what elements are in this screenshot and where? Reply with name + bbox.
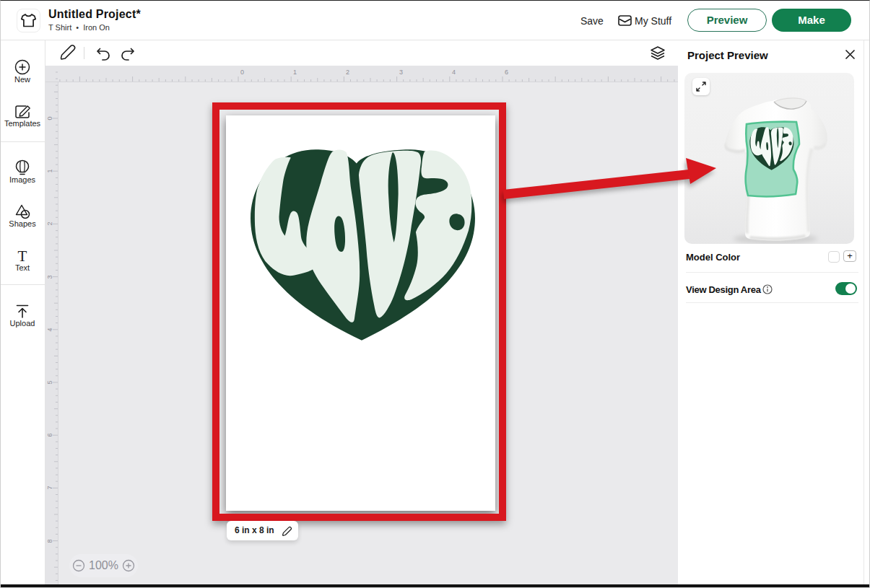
svg-text:8: 8 bbox=[46, 539, 53, 543]
svg-text:0: 0 bbox=[240, 69, 244, 76]
svg-text:6: 6 bbox=[505, 69, 508, 76]
svg-text:2: 2 bbox=[346, 69, 349, 76]
svg-text:3: 3 bbox=[46, 275, 53, 278]
svg-text:1: 1 bbox=[293, 69, 297, 76]
svg-text:3: 3 bbox=[399, 69, 403, 76]
svg-text:6: 6 bbox=[46, 433, 53, 436]
svg-text:0: 0 bbox=[46, 116, 53, 120]
svg-text:7: 7 bbox=[46, 486, 53, 489]
svg-text:4: 4 bbox=[452, 69, 456, 76]
svg-text:1: 1 bbox=[46, 169, 53, 172]
svg-text:4: 4 bbox=[46, 328, 53, 331]
svg-text:5: 5 bbox=[46, 380, 53, 384]
svg-text:2: 2 bbox=[46, 221, 53, 225]
